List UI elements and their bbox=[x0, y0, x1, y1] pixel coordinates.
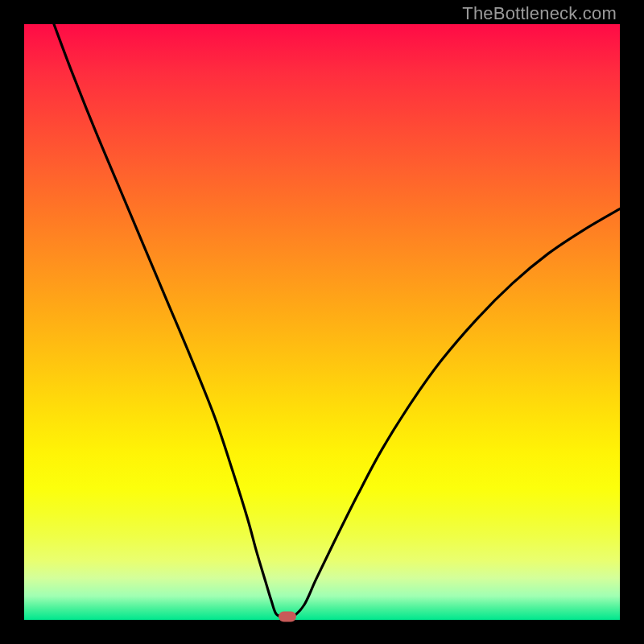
min-point-marker bbox=[279, 612, 296, 622]
chart-frame: TheBottleneck.com bbox=[0, 0, 644, 644]
watermark-text: TheBottleneck.com bbox=[462, 3, 617, 24]
plot-area bbox=[24, 24, 620, 620]
bottleneck-curve bbox=[24, 24, 620, 620]
